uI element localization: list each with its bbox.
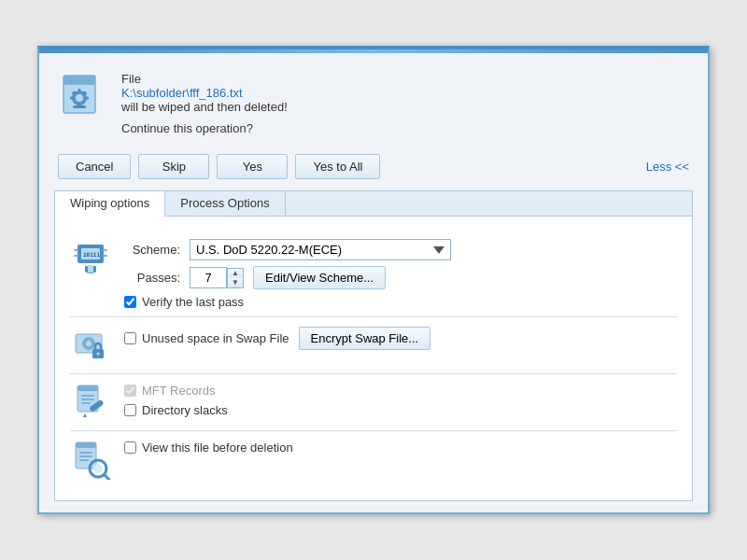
svg-marker-32	[83, 413, 87, 417]
tab-content-wiping: 10111 Scheme: U.S.	[55, 217, 692, 500]
swap-icon	[70, 325, 111, 366]
svg-rect-30	[81, 402, 91, 404]
svg-rect-28	[81, 395, 94, 397]
svg-text:10111: 10111	[83, 251, 100, 258]
svg-rect-6	[70, 97, 74, 100]
dir-slacks-label: Directory slacks	[142, 403, 228, 417]
dir-slacks-checkbox[interactable]	[124, 404, 136, 416]
verify-row: Verify the last pass	[124, 295, 677, 309]
view-file-icon	[70, 439, 111, 480]
dir-slacks-row: Directory slacks	[124, 403, 677, 417]
passes-down-button[interactable]: ▼	[228, 278, 243, 287]
svg-rect-34	[76, 442, 96, 448]
passes-up-button[interactable]: ▲	[228, 269, 243, 278]
mft-label: MFT Records	[142, 384, 216, 398]
tab-wiping-options[interactable]: Wiping options	[55, 191, 165, 217]
main-dialog: File K:\subfolder\fff_186.txt will be wi…	[37, 46, 710, 514]
mft-row: MFT Records	[124, 384, 677, 398]
view-file-section: View this file before deletion	[70, 430, 677, 487]
view-file-row: View this file before deletion	[124, 441, 677, 455]
svg-rect-4	[78, 89, 81, 92]
unused-space-checkbox[interactable]	[124, 332, 136, 344]
message-line1: will be wiped and then deleted!	[121, 100, 689, 114]
swap-section: Unused space in Swap File Encrypt Swap F…	[70, 316, 677, 373]
svg-rect-35	[79, 452, 92, 454]
view-file-checkbox[interactable]	[124, 441, 136, 454]
scheme-content: Scheme: U.S. DoD 5220.22-M(ECE)U.S. DoD …	[124, 237, 677, 309]
file-icon	[58, 68, 106, 117]
encrypt-swap-button[interactable]: Encrypt Swap File...	[299, 327, 431, 350]
button-row: Cancel Skip Yes Yes to All Less <<	[39, 147, 708, 190]
file-path: K:\subfolder\fff_186.txt	[121, 86, 689, 100]
edit-scheme-button[interactable]: Edit/View Scheme...	[253, 266, 386, 289]
passes-input[interactable]	[190, 267, 227, 288]
cancel-button[interactable]: Cancel	[58, 154, 131, 179]
svg-point-23	[86, 341, 92, 346]
passes-group: ▲ ▼	[190, 267, 244, 288]
svg-line-40	[105, 475, 109, 480]
passes-spinner: ▲ ▼	[227, 268, 244, 288]
file-with-gear-icon	[60, 70, 105, 115]
svg-rect-14	[74, 249, 78, 251]
swap-content: Unused space in Swap File Encrypt Swap F…	[124, 325, 677, 350]
scheme-section: 10111 Scheme: U.S.	[70, 230, 677, 316]
passes-label: Passes:	[124, 271, 180, 285]
svg-rect-7	[85, 97, 89, 100]
scheme-icon: 10111	[70, 237, 111, 278]
view-file-label: View this file before deletion	[142, 441, 293, 455]
dialog-body: File K:\subfolder\fff_186.txt will be wi…	[39, 53, 708, 147]
verify-checkbox[interactable]	[124, 296, 136, 308]
scheme-select[interactable]: U.S. DoD 5220.22-M(ECE)U.S. DoD 5220.22-…	[190, 239, 451, 260]
svg-rect-29	[81, 399, 94, 400]
svg-rect-20	[88, 265, 93, 273]
scheme-label: Scheme:	[124, 243, 180, 257]
svg-rect-27	[78, 385, 98, 391]
svg-rect-16	[103, 249, 107, 251]
mft-icon	[70, 382, 111, 423]
question-line: Continue this operation?	[121, 121, 689, 135]
tab-process-options[interactable]: Process Options	[165, 191, 285, 216]
svg-rect-1	[63, 76, 95, 85]
unused-space-label: Unused space in Swap File	[142, 331, 289, 345]
yes-to-all-button[interactable]: Yes to All	[295, 154, 380, 179]
view-file-content: View this file before deletion	[124, 439, 677, 455]
passes-row: Passes: ▲ ▼ Edit/View Scheme...	[124, 266, 677, 289]
file-label: File	[121, 72, 141, 86]
verify-label: Verify the last pass	[142, 295, 244, 309]
tabs-header: Wiping options Process Options	[55, 191, 692, 217]
svg-rect-10	[73, 105, 86, 108]
svg-rect-36	[79, 455, 92, 457]
svg-rect-37	[79, 459, 89, 461]
swap-row: Unused space in Swap File Encrypt Swap F…	[124, 327, 677, 350]
less-button[interactable]: Less <<	[646, 160, 689, 174]
unused-space-row: Unused space in Swap File	[124, 331, 289, 345]
mft-section: MFT Records Directory slacks	[70, 373, 677, 430]
skip-button[interactable]: Skip	[138, 154, 209, 179]
scheme-row: Scheme: U.S. DoD 5220.22-M(ECE)U.S. DoD …	[124, 239, 677, 260]
svg-point-3	[76, 94, 83, 102]
svg-point-25	[97, 353, 100, 356]
yes-button[interactable]: Yes	[217, 154, 288, 179]
svg-rect-17	[103, 255, 107, 257]
mft-content: MFT Records Directory slacks	[124, 382, 677, 417]
tabs-container: Wiping options Process Options 10111	[54, 190, 693, 501]
svg-point-39	[93, 464, 103, 473]
svg-rect-15	[74, 255, 78, 257]
mft-checkbox[interactable]	[124, 385, 136, 397]
dialog-message: File K:\subfolder\fff_186.txt will be wi…	[121, 68, 689, 135]
